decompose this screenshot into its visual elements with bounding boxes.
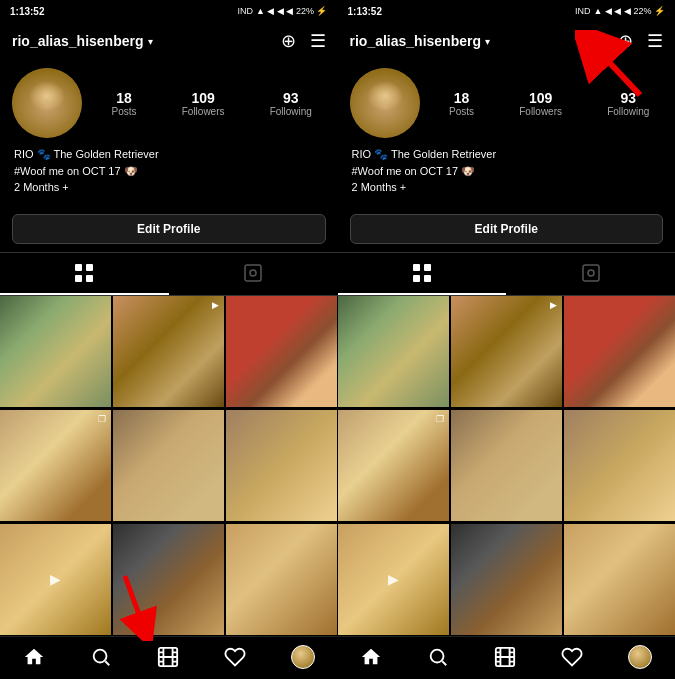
status-time: 1:13:52 — [10, 6, 44, 17]
carrier-text: IND — [238, 6, 254, 16]
tabs-row — [0, 252, 338, 296]
photo-grid-right: ▶ ❐ ▶ — [338, 296, 676, 637]
menu-icon[interactable]: ☰ — [310, 30, 326, 52]
profile-row: 18 Posts 109 Followers 93 Following — [12, 68, 326, 138]
followers-count-right: 109 — [529, 90, 552, 106]
avatar-right[interactable] — [350, 68, 420, 138]
play-icon-r: ▶ — [388, 571, 399, 587]
nav-reels-right[interactable] — [494, 646, 516, 668]
bio-line-3-right: 2 Months + — [352, 179, 662, 196]
stat-following[interactable]: 93 Following — [270, 90, 312, 117]
grid-item-r9[interactable] — [564, 524, 675, 635]
svg-line-7 — [105, 661, 109, 665]
grid-item-r1[interactable] — [338, 296, 449, 407]
stats-row-right: 18 Posts 109 Followers 93 Following — [436, 90, 664, 117]
status-icons-right: IND ▲ ◀ ◀ ◀ 22% ⚡ — [575, 6, 665, 16]
add-post-icon-right[interactable]: ⊕ — [618, 30, 633, 52]
status-bar: 1:13:52 IND ▲ ◀ ◀ ◀ 22% ⚡ — [0, 0, 338, 20]
grid-item-5[interactable] — [113, 410, 224, 521]
svg-rect-15 — [583, 265, 599, 281]
grid-item-6[interactable] — [226, 410, 337, 521]
nav-home-right[interactable] — [360, 646, 382, 668]
top-nav: rio_alias_hisenberg ▾ ⊕ ☰ — [0, 20, 338, 62]
chevron-down-icon-right[interactable]: ▾ — [485, 36, 490, 47]
tab-grid-right[interactable] — [338, 253, 507, 295]
stat-posts-right[interactable]: 18 Posts — [449, 90, 474, 117]
grid-item-r6[interactable] — [564, 410, 675, 521]
battery-right: ▲ ◀ ◀ ◀ 22% ⚡ — [594, 6, 665, 16]
avatar-image — [12, 68, 82, 138]
play-icon: ▶ — [50, 571, 61, 587]
grid-item-r4[interactable]: ❐ — [338, 410, 449, 521]
svg-line-18 — [442, 661, 446, 665]
bio-line-2: #Woof me on OCT 17 🐶 — [14, 163, 324, 180]
grid-item-4[interactable]: ❐ — [0, 410, 111, 521]
bio-line-2-right: #Woof me on OCT 17 🐶 — [352, 163, 662, 180]
svg-rect-1 — [86, 264, 93, 271]
posts-label: Posts — [112, 106, 137, 117]
add-post-icon[interactable]: ⊕ — [281, 30, 296, 52]
edit-profile-button-right[interactable]: Edit Profile — [350, 214, 664, 244]
posts-count-right: 18 — [454, 90, 470, 106]
tab-tagged[interactable] — [169, 253, 338, 295]
menu-icon-right[interactable]: ☰ — [647, 30, 663, 52]
nav-profile-right[interactable] — [628, 645, 652, 669]
svg-rect-13 — [413, 275, 420, 282]
grid-item-2[interactable]: ▶ — [113, 296, 224, 407]
chevron-down-icon[interactable]: ▾ — [148, 36, 153, 47]
svg-point-16 — [588, 270, 594, 276]
status-time-right: 1:13:52 — [348, 6, 382, 17]
photo-grid: ▶ ❐ ▶ — [0, 296, 338, 637]
nav-home[interactable] — [23, 646, 45, 668]
username-area[interactable]: rio_alias_hisenberg ▾ — [12, 33, 153, 49]
nav-heart-right[interactable] — [561, 646, 583, 668]
followers-count: 109 — [191, 90, 214, 106]
status-bar-right: 1:13:52 IND ▲ ◀ ◀ ◀ 22% ⚡ — [338, 0, 676, 20]
multi-icon: ❐ — [98, 414, 106, 424]
bottom-nav — [0, 636, 338, 679]
followers-label-right: Followers — [519, 106, 562, 117]
grid-item-r5[interactable] — [451, 410, 562, 521]
svg-rect-12 — [424, 264, 431, 271]
nav-heart[interactable] — [224, 646, 246, 668]
bio-section: RIO 🐾 The Golden Retriever #Woof me on O… — [12, 146, 326, 196]
grid-item-r3[interactable] — [564, 296, 675, 407]
nav-reels[interactable] — [157, 646, 179, 668]
grid-item-r8[interactable] — [451, 524, 562, 635]
video-icon: ▶ — [212, 300, 219, 310]
nav-search[interactable] — [90, 646, 112, 668]
svg-rect-14 — [424, 275, 431, 282]
username-label-right: rio_alias_hisenberg — [350, 33, 482, 49]
avatar[interactable] — [12, 68, 82, 138]
stats-row: 18 Posts 109 Followers 93 Following — [98, 90, 326, 117]
grid-item-9[interactable] — [226, 524, 337, 635]
profile-section-right: 18 Posts 109 Followers 93 Following RIO … — [338, 62, 676, 204]
grid-item-r7[interactable]: ▶ — [338, 524, 449, 635]
following-count-right: 93 — [620, 90, 636, 106]
status-icons: IND ▲ ◀ ◀ ◀ 22% ⚡ — [238, 6, 328, 16]
tab-tagged-right[interactable] — [506, 253, 675, 295]
following-label: Following — [270, 106, 312, 117]
stat-posts[interactable]: 18 Posts — [112, 90, 137, 117]
avatar-image-right — [350, 68, 420, 138]
stat-followers-right[interactable]: 109 Followers — [519, 90, 562, 117]
svg-point-6 — [93, 650, 106, 663]
stat-followers[interactable]: 109 Followers — [182, 90, 225, 117]
nav-profile[interactable] — [291, 645, 315, 669]
bio-line-1-right: RIO 🐾 The Golden Retriever — [352, 146, 662, 163]
profile-avatar-thumb-right — [628, 645, 652, 669]
carrier-text-right: IND — [575, 6, 591, 16]
followers-label: Followers — [182, 106, 225, 117]
stat-following-right[interactable]: 93 Following — [607, 90, 649, 117]
edit-profile-button[interactable]: Edit Profile — [12, 214, 326, 244]
video-icon-r: ▶ — [550, 300, 557, 310]
grid-item-3[interactable] — [226, 296, 337, 407]
grid-item-r2[interactable]: ▶ — [451, 296, 562, 407]
svg-rect-11 — [413, 264, 420, 271]
grid-item-8[interactable] — [113, 524, 224, 635]
grid-item-1[interactable] — [0, 296, 111, 407]
nav-search-right[interactable] — [427, 646, 449, 668]
tab-grid[interactable] — [0, 253, 169, 295]
grid-item-7[interactable]: ▶ — [0, 524, 111, 635]
username-area-right[interactable]: rio_alias_hisenberg ▾ — [350, 33, 491, 49]
